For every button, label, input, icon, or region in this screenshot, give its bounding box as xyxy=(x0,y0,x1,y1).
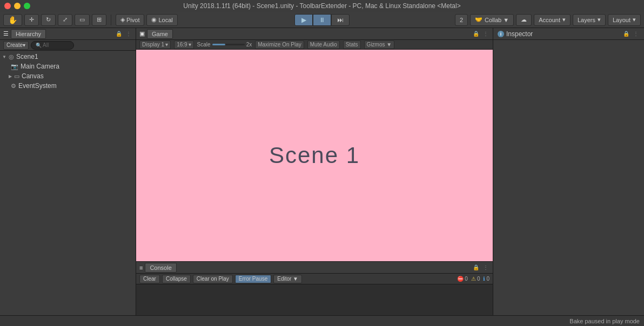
layout-button[interactable]: Layout ▾ xyxy=(608,14,641,26)
aspect-dropdown[interactable]: 16:9 ▾ xyxy=(174,40,193,49)
info-icon: ℹ xyxy=(483,276,485,282)
layers-number-button[interactable]: 2 xyxy=(455,14,468,26)
rect-tool-button[interactable]: ▭ xyxy=(75,14,90,26)
hierarchy-item-canvas[interactable]: ▶ ▭ Canvas xyxy=(0,71,136,81)
console-lock-icon[interactable]: 🔒 xyxy=(472,264,480,271)
step-icon: ⏭ xyxy=(337,16,344,24)
error-pause-button[interactable]: Error Pause xyxy=(235,275,271,283)
pivot-button[interactable]: ◈ Pivot xyxy=(116,14,144,26)
display-dropdown[interactable]: Display 1 ▾ xyxy=(139,40,171,49)
step-button[interactable]: ⏭ xyxy=(331,14,350,26)
pivot-label: Pivot xyxy=(126,17,139,23)
scene-icon: ◎ xyxy=(9,53,14,60)
editor-dropdown[interactable]: Editor ▼ xyxy=(273,275,302,283)
play-button[interactable]: ▶ xyxy=(294,14,313,26)
maximize-label: Maximize On Play xyxy=(258,42,301,47)
account-button[interactable]: Account ▾ xyxy=(534,14,571,26)
console-menu-icon[interactable]: ⋮ xyxy=(482,264,489,271)
rotate-tool-button[interactable]: ↻ xyxy=(41,14,56,26)
pause-icon: ⏸ xyxy=(319,16,325,24)
hierarchy-icon: ☰ xyxy=(3,30,9,37)
gizmos-label: Gizmos ▼ xyxy=(367,42,392,47)
inspector-panel: i Inspector 🔒 ⋮ xyxy=(493,28,644,326)
scale-slider-fill xyxy=(212,44,225,45)
scale-control: Scale 2x xyxy=(197,42,252,47)
info-count-group: ℹ 0 xyxy=(483,276,489,282)
game-toolbar: Display 1 ▾ 16:9 ▾ Scale 2x Maximize On … xyxy=(136,40,493,50)
camera-icon: 📷 xyxy=(11,63,18,70)
local-label: Local xyxy=(158,17,172,23)
create-label: Create xyxy=(6,42,23,48)
console-tab-bar: ≡ Console 🔒 ⋮ xyxy=(136,262,493,274)
scene-text: Scene 1 xyxy=(269,142,360,168)
scale-label: Scale xyxy=(197,42,211,47)
inspector-panel-icons: 🔒 ⋮ xyxy=(622,30,640,38)
transform-icon: ⊞ xyxy=(97,16,102,23)
console-panel-icons: 🔒 ⋮ xyxy=(472,264,489,271)
hierarchy-panel-icons: 🔒 ⋮ xyxy=(115,30,132,38)
status-bar: Bake paused in play mode xyxy=(0,315,644,326)
game-menu-icon[interactable]: ⋮ xyxy=(482,30,489,38)
cloud-icon: ☁ xyxy=(521,16,527,23)
move-icon: ✛ xyxy=(29,16,34,23)
search-placeholder: All xyxy=(43,42,49,48)
inspector-lock-icon[interactable]: 🔒 xyxy=(622,30,630,38)
hierarchy-item-eventsystem[interactable]: ⚙ EventSystem xyxy=(0,81,136,91)
console-tab[interactable]: Console xyxy=(145,263,176,273)
collab-label: Collab ▼ xyxy=(485,17,509,23)
collab-button[interactable]: 🤝 Collab ▼ xyxy=(470,14,514,26)
stats-button[interactable]: Stats xyxy=(343,40,361,49)
clear-button[interactable]: Clear xyxy=(139,275,160,283)
error-count-group: ⛔ 0 xyxy=(457,276,468,282)
game-tab[interactable]: Game xyxy=(147,29,173,39)
scene1-label: Scene1 xyxy=(16,53,38,60)
local-button[interactable]: ◉ Local xyxy=(146,14,177,26)
hierarchy-lock-icon[interactable]: 🔒 xyxy=(115,30,123,38)
gizmos-dropdown[interactable]: Gizmos ▼ xyxy=(364,40,395,49)
mute-audio-toggle[interactable]: Mute Audio xyxy=(307,40,340,49)
transform-tool-button[interactable]: ⊞ xyxy=(92,14,106,26)
rect-icon: ▭ xyxy=(79,16,85,23)
collab-icon: 🤝 xyxy=(475,16,482,23)
inspector-icon: i xyxy=(498,31,504,37)
cloud-button[interactable]: ☁ xyxy=(516,14,532,26)
hand-tool-button[interactable]: ✋ xyxy=(3,14,22,26)
collapse-button[interactable]: Collapse xyxy=(162,275,191,283)
hierarchy-search[interactable]: 🔍 All xyxy=(31,41,74,50)
game-tab-panel-icons: 🔒 ⋮ xyxy=(472,30,489,38)
hierarchy-tab[interactable]: Hierarchy xyxy=(11,29,46,39)
scale-icon: ⤢ xyxy=(63,16,68,23)
hierarchy-menu-icon[interactable]: ⋮ xyxy=(125,30,132,38)
display-label: Display 1 xyxy=(142,42,164,47)
maximize-on-play-toggle[interactable]: Maximize On Play xyxy=(255,40,304,49)
window-title: Unity 2018.1.1f1 (64bit) - Scene1.unity … xyxy=(183,2,460,10)
create-dropdown-icon: ▾ xyxy=(23,42,25,48)
maximize-button[interactable] xyxy=(24,3,30,9)
move-tool-button[interactable]: ✛ xyxy=(24,14,39,26)
create-button[interactable]: Create ▾ xyxy=(3,41,29,50)
console-tab-icon: ≡ xyxy=(139,264,143,271)
pivot-icon: ◈ xyxy=(120,16,125,23)
canvas-expand-icon: ▶ xyxy=(9,74,12,79)
clear-on-play-button[interactable]: Clear on Play xyxy=(193,275,233,283)
hierarchy-item-scene1[interactable]: ▼ ◎ Scene1 xyxy=(0,52,136,62)
main-layout: ☰ Hierarchy 🔒 ⋮ Create ▾ 🔍 All ▼ ◎ Scene… xyxy=(0,28,644,326)
window-controls xyxy=(4,3,30,9)
game-lock-icon[interactable]: 🔒 xyxy=(472,30,480,38)
layers-label: Layers xyxy=(578,17,595,23)
pause-button[interactable]: ⏸ xyxy=(313,14,331,26)
display-dropdown-icon: ▾ xyxy=(165,42,168,47)
layers-button[interactable]: Layers ▾ xyxy=(573,14,606,26)
warning-count: 0 xyxy=(477,276,480,282)
minimize-button[interactable] xyxy=(14,3,21,9)
scale-slider-track[interactable] xyxy=(212,44,245,45)
scene1-expand-icon: ▼ xyxy=(2,55,6,59)
info-count: 0 xyxy=(486,276,489,282)
scale-tool-button[interactable]: ⤢ xyxy=(58,14,72,26)
inspector-menu-icon[interactable]: ⋮ xyxy=(632,30,640,38)
hierarchy-item-main-camera[interactable]: 📷 Main Camera xyxy=(0,62,136,71)
close-button[interactable] xyxy=(4,3,11,9)
warning-icon: ⚠ xyxy=(471,276,476,282)
eventsystem-icon: ⚙ xyxy=(11,83,16,90)
error-icon: ⛔ xyxy=(457,276,464,282)
